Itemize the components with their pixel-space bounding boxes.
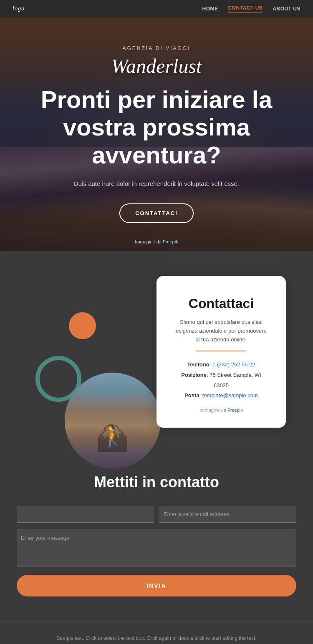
- hero-subtitle: AGENZIA DI VIAGGI: [25, 45, 288, 51]
- hero-section: AGENZIA DI VIAGGI Wanderlust Pronti per …: [0, 18, 313, 251]
- orange-circle-decoration: [69, 312, 96, 339]
- contact-info-card: Contattaci Siamo qui per soddisfare qual…: [156, 276, 286, 428]
- form-title: Mettiti in contatto: [17, 474, 296, 491]
- email-label: Posta: [184, 392, 199, 398]
- contact-form: INVIA: [17, 506, 296, 596]
- nav-links: HOME CONTACT US ABOUT US: [202, 5, 300, 13]
- card-phone: Telefono: 1 (232) 252 55 22: [173, 360, 269, 370]
- phone-label: Telefono: [187, 361, 209, 368]
- hiker-figure: 🚶: [100, 423, 126, 448]
- hero-title: Pronti per iniziare la vostra prossima a…: [25, 86, 288, 169]
- contact-info-section: 🚶 Contattaci Siamo qui per soddisfare qu…: [0, 251, 313, 453]
- hero-freepik-link[interactable]: Freepik: [163, 239, 178, 244]
- submit-button[interactable]: INVIA: [17, 575, 296, 596]
- photo-inner: 🚶: [65, 373, 161, 469]
- card-position: Posizione: 75 Street Sample, WI 63025: [173, 370, 269, 391]
- hero-cta-button[interactable]: CONTATTACI: [119, 203, 194, 223]
- footer-text: Sample text. Click to select the text bo…: [17, 634, 296, 642]
- hero-image-credit: Immagine da Freepik: [135, 239, 178, 244]
- nav-contact-us[interactable]: CONTACT US: [228, 5, 263, 13]
- card-description: Siamo qui per soddisfare qualsiasi esige…: [173, 318, 269, 344]
- card-freepik-link[interactable]: Freepik: [227, 408, 243, 413]
- message-textarea[interactable]: [17, 529, 296, 566]
- hero-content: AGENZIA DI VIAGGI Wanderlust Pronti per …: [0, 45, 313, 223]
- email-link[interactable]: template@sample.com: [202, 392, 258, 398]
- logo: logo: [13, 5, 25, 12]
- hero-description: Duis aute irure dolor in reprehenderit i…: [25, 179, 288, 189]
- contact-form-section: Mettiti in contatto INVIA: [0, 453, 313, 621]
- hero-brand: Wanderlust: [25, 55, 288, 78]
- form-name-email-row: [17, 506, 296, 523]
- card-divider: [196, 351, 246, 351]
- card-email: Posta: template@sample.com: [173, 391, 269, 401]
- card-contact-info: Telefono: 1 (232) 252 55 22 Posizione: 7…: [173, 360, 269, 401]
- phone-link[interactable]: 1 (232) 252 55 22: [212, 361, 255, 368]
- email-input[interactable]: [159, 506, 296, 523]
- position-value: 75 Street Sample, WI 63025: [210, 372, 261, 388]
- footer: Sample text. Click to select the text bo…: [0, 621, 313, 644]
- card-image-credit: Immagine da Freepik: [173, 408, 269, 413]
- hiker-photo: 🚶: [65, 373, 161, 469]
- name-input[interactable]: [17, 506, 154, 523]
- position-label: Posizione: [181, 372, 207, 378]
- navbar: logo HOME CONTACT US ABOUT US: [0, 0, 313, 18]
- nav-about-us[interactable]: ABOUT US: [273, 6, 300, 12]
- nav-home[interactable]: HOME: [202, 6, 218, 12]
- card-title: Contattaci: [173, 296, 269, 311]
